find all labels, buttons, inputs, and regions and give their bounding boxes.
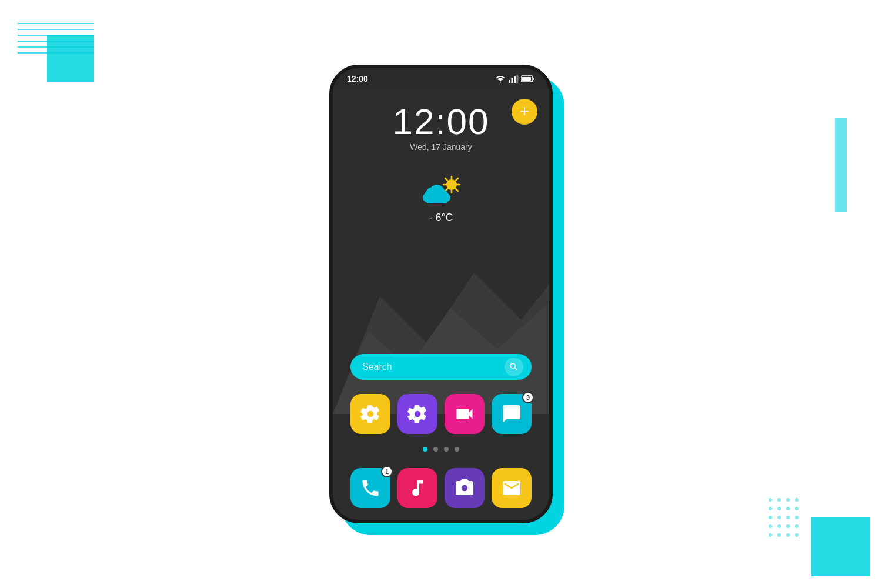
phone-badge: 1 (381, 466, 393, 477)
svg-point-22 (769, 533, 772, 537)
phone-wrapper: 12:00 (329, 65, 553, 523)
svg-point-13 (795, 507, 799, 510)
svg-point-6 (769, 498, 772, 502)
mail-app[interactable] (492, 468, 532, 508)
svg-rect-28 (514, 76, 516, 83)
video-app-icon[interactable] (445, 394, 485, 434)
svg-point-10 (769, 507, 772, 510)
gear-alt-icon (407, 403, 428, 425)
mail-app-icon[interactable] (492, 468, 532, 508)
music-app-icon[interactable] (397, 468, 437, 508)
deco-br-square (811, 517, 870, 576)
phone: 12:00 (329, 65, 553, 523)
message-icon (501, 403, 522, 425)
gear-icon (360, 403, 381, 425)
app-row-1: 3 (347, 394, 535, 434)
status-time: 12:00 (347, 74, 368, 83)
svg-point-23 (777, 533, 781, 537)
clock-display: 12:00 (392, 103, 489, 140)
plus-icon: + (520, 103, 529, 119)
dock: 1 (333, 462, 549, 520)
signal-icon (508, 75, 519, 83)
mail-icon (501, 477, 522, 499)
page-dots (333, 447, 549, 452)
status-bar: 12:00 (333, 68, 549, 89)
svg-point-43 (446, 179, 457, 190)
page-dot-1[interactable] (423, 447, 427, 452)
svg-rect-27 (512, 78, 513, 83)
svg-point-20 (786, 524, 790, 528)
settings-app[interactable] (350, 394, 390, 434)
weather-section: - 6°C (333, 173, 549, 224)
search-input[interactable]: Search (362, 362, 505, 372)
svg-rect-31 (533, 78, 534, 80)
deco-tl-square (47, 35, 94, 82)
phone-app[interactable]: 1 (350, 468, 390, 508)
svg-rect-26 (509, 80, 510, 83)
add-button[interactable]: + (512, 99, 537, 125)
svg-point-17 (795, 516, 799, 519)
app-grid: 3 (333, 394, 549, 439)
svg-point-24 (786, 533, 790, 537)
svg-point-48 (426, 188, 437, 197)
svg-line-39 (445, 178, 448, 181)
camera-app[interactable] (445, 468, 485, 508)
svg-point-8 (786, 498, 790, 502)
weather-icon (417, 173, 465, 208)
svg-line-41 (455, 178, 458, 181)
clock-date: Wed, 17 January (410, 142, 472, 152)
weather-temp: - 6°C (429, 212, 453, 224)
search-icon (509, 362, 519, 372)
svg-point-18 (769, 524, 772, 528)
svg-point-7 (777, 498, 781, 502)
page-dot-3[interactable] (444, 447, 449, 452)
page-dot-2[interactable] (433, 447, 438, 452)
mountain-bg (333, 249, 549, 414)
search-button[interactable] (505, 358, 523, 376)
svg-point-11 (777, 507, 781, 510)
svg-point-21 (795, 524, 799, 528)
messages-badge: 3 (522, 392, 534, 403)
deco-right-bar (835, 118, 847, 212)
svg-point-25 (795, 533, 799, 537)
svg-line-40 (455, 188, 458, 191)
svg-point-19 (777, 524, 781, 528)
music-icon (407, 477, 428, 499)
video-app[interactable] (445, 394, 485, 434)
settings-app-icon[interactable] (350, 394, 390, 434)
screen: + 12:00 Wed, 17 January (333, 89, 549, 520)
messages-app[interactable]: 3 (492, 394, 532, 434)
svg-point-16 (786, 516, 790, 519)
music-app[interactable] (397, 468, 437, 508)
svg-point-15 (777, 516, 781, 519)
svg-rect-29 (517, 75, 519, 83)
phone-icon (360, 477, 381, 499)
settings-alt-app-icon[interactable] (397, 394, 437, 434)
search-bar[interactable]: Search (350, 354, 532, 380)
status-icons (495, 75, 535, 83)
camera-app-icon[interactable] (445, 468, 485, 508)
svg-point-12 (786, 507, 790, 510)
video-icon (454, 403, 475, 425)
svg-point-14 (769, 516, 772, 519)
camera-icon (454, 477, 475, 499)
search-section: Search (333, 354, 549, 380)
svg-rect-49 (426, 196, 448, 203)
page-dot-4[interactable] (455, 447, 459, 452)
settings-alt-app[interactable] (397, 394, 437, 434)
battery-icon (521, 75, 535, 83)
svg-rect-32 (522, 77, 531, 81)
svg-point-9 (795, 498, 799, 502)
wifi-icon (495, 75, 506, 83)
